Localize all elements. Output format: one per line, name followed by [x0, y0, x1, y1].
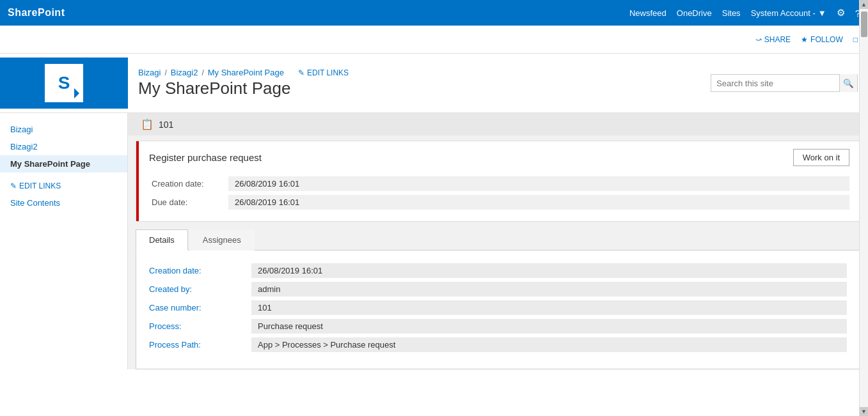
case-icon: 📋 — [141, 118, 154, 130]
tabs-content: Creation date: 26/08/2019 16:01 Created … — [136, 250, 860, 369]
top-nav-right: Newsfeed OneDrive Sites System Account -… — [629, 7, 860, 19]
focus-button[interactable]: □ — [853, 35, 858, 44]
sidebar-item-bizagi2[interactable]: Bizagi2 — [0, 138, 127, 155]
case-number-bar: 📋 101 — [128, 113, 868, 135]
scroll-up-button[interactable]: ▲ — [860, 0, 869, 9]
sidebar: Bizagi Bizagi2 My SharePoint Page ✎ EDIT… — [0, 113, 128, 369]
second-bar: ⤻ SHARE ★ FOLLOW □ — [0, 26, 868, 54]
detail-created-by-label: Created by: — [149, 284, 251, 294]
detail-case-number-value: 101 — [251, 300, 847, 315]
detail-process-row: Process: Purchase request — [149, 319, 847, 334]
sidebar-item-bizagi[interactable]: Bizagi — [0, 121, 127, 138]
sharepoint-brand[interactable]: SharePoint — [8, 7, 65, 19]
task-due-date-value: 26/08/2019 16:01 — [228, 195, 849, 210]
detail-process-value: Purchase request — [251, 319, 847, 334]
detail-process-label: Process: — [149, 321, 251, 331]
task-card: Register purchase request Work on it Cre… — [136, 141, 860, 222]
dropdown-arrow-icon: ▼ — [818, 8, 826, 18]
task-due-date-label: Due date: — [152, 197, 228, 207]
focus-icon: □ — [853, 35, 858, 44]
detail-process-path-value: App > Processes > Purchase request — [251, 337, 847, 352]
logo-arrow-icon — [74, 88, 79, 98]
tabs-area: Details Assignees Creation date: 26/08/2… — [136, 229, 860, 369]
breadcrumb-bizagi[interactable]: Bizagi — [138, 68, 161, 77]
share-icon: ⤻ — [755, 35, 762, 44]
case-number: 101 — [159, 119, 173, 130]
tab-assignees[interactable]: Assignees — [189, 229, 255, 250]
task-title: Register purchase request — [149, 152, 262, 163]
task-creation-date-value: 26/08/2019 16:01 — [228, 176, 849, 191]
detail-created-by-value: admin — [251, 282, 847, 297]
breadcrumb: Bizagi / Bizagi2 / My SharePoint Page ✎ … — [138, 68, 711, 77]
task-creation-date-row: Creation date: 26/08/2019 16:01 — [152, 176, 849, 191]
pencil-icon-sidebar: ✎ — [10, 181, 17, 190]
top-nav-left: SharePoint — [8, 7, 65, 19]
sidebar-site-contents[interactable]: Site Contents — [0, 194, 127, 212]
site-logo-box[interactable]: S — [45, 64, 83, 102]
main-content: 📋 101 Register purchase request Work on … — [128, 113, 868, 369]
star-icon: ★ — [801, 35, 808, 44]
tab-details[interactable]: Details — [136, 229, 188, 250]
sites-link[interactable]: Sites — [722, 8, 741, 18]
breadcrumb-current: My SharePoint Page — [208, 68, 284, 77]
detail-creation-date-row: Creation date: 26/08/2019 16:01 — [149, 263, 847, 278]
scroll-thumb[interactable] — [861, 12, 867, 37]
sidebar-item-mysharepoint[interactable]: My SharePoint Page — [0, 155, 127, 173]
detail-process-path-label: Process Path: — [149, 340, 251, 350]
content-area: Bizagi Bizagi2 My SharePoint Page ✎ EDIT… — [0, 113, 868, 369]
detail-process-path-row: Process Path: App > Processes > Purchase… — [149, 337, 847, 352]
detail-creation-date-label: Creation date: — [149, 266, 251, 275]
gear-icon[interactable]: ⚙ — [837, 7, 845, 19]
search-button[interactable]: 🔍 — [839, 74, 857, 92]
top-nav-bar: SharePoint Newsfeed OneDrive Sites Syste… — [0, 0, 868, 26]
header-edit-links-button[interactable]: ✎ EDIT LINKS — [298, 68, 349, 77]
scrollbar: ▲ ▼ — [859, 0, 868, 369]
task-fields: Creation date: 26/08/2019 16:01 Due date… — [136, 171, 860, 221]
breadcrumb-sep-2: / — [201, 68, 203, 77]
system-account-menu[interactable]: System Account - ▼ — [751, 8, 826, 18]
task-due-date-row: Due date: 26/08/2019 16:01 — [152, 195, 849, 210]
pencil-icon: ✎ — [298, 68, 304, 77]
page-title: My SharePoint Page — [138, 79, 711, 98]
breadcrumb-bizagi2[interactable]: Bizagi2 — [171, 68, 198, 77]
logo-s-letter: S — [58, 73, 70, 93]
detail-created-by-row: Created by: admin — [149, 282, 847, 297]
tabs-header: Details Assignees — [136, 229, 860, 250]
newsfeed-link[interactable]: Newsfeed — [629, 8, 667, 18]
search-box: 🔍 — [711, 74, 858, 92]
sidebar-edit-links-button[interactable]: ✎ EDIT LINKS — [0, 178, 127, 194]
detail-case-number-row: Case number: 101 — [149, 300, 847, 315]
task-card-header: Register purchase request Work on it — [136, 141, 860, 171]
detail-case-number-label: Case number: — [149, 303, 251, 312]
breadcrumb-sep-1: / — [164, 68, 166, 77]
detail-creation-date-value: 26/08/2019 16:01 — [251, 263, 847, 278]
task-creation-date-label: Creation date: — [152, 179, 228, 189]
site-logo-area: S — [0, 58, 128, 109]
search-input[interactable] — [711, 79, 839, 88]
onedrive-link[interactable]: OneDrive — [677, 8, 712, 18]
follow-button[interactable]: ★ FOLLOW — [801, 35, 843, 44]
work-on-it-button[interactable]: Work on it — [793, 149, 849, 166]
share-button[interactable]: ⤻ SHARE — [755, 35, 791, 44]
